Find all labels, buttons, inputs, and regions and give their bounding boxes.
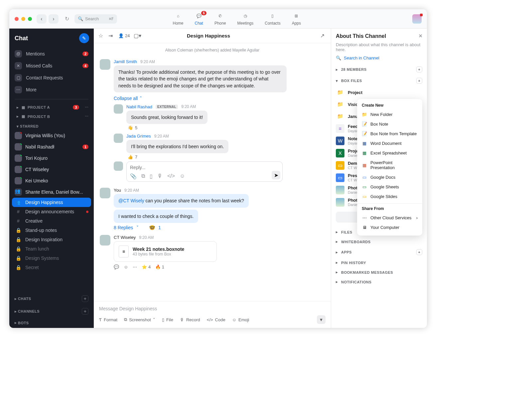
sidebar-channel-design-systems[interactable]: 🔒Design Systems [9, 253, 94, 263]
menu-gslides[interactable]: ▭Google Slides [357, 192, 422, 201]
bookmarked-accordion[interactable]: ▸BOOKMARKED MESSAGES [336, 267, 422, 277]
code-icon[interactable]: </> [167, 173, 175, 179]
sidebar-contact-requests[interactable]: ▢Contact Requests [9, 72, 94, 84]
nav-home[interactable]: ⌂Home [173, 12, 184, 26]
sidebar-missed-calls[interactable]: ✕Missed Calls4 [9, 60, 94, 72]
history-button[interactable]: ↻ [62, 14, 72, 24]
section-channels[interactable]: ▸ CHANNELS+ [9, 305, 94, 318]
reply-icon[interactable]: 💬 [114, 264, 119, 269]
window-controls[interactable] [15, 17, 32, 21]
avatar[interactable] [114, 134, 123, 143]
add-channel-button[interactable]: + [82, 308, 88, 315]
format-button[interactable]: ƬFormat [99, 317, 117, 322]
nav-meetings[interactable]: ◷Meetings [237, 12, 254, 26]
avatar[interactable] [100, 188, 110, 198]
nav-chat[interactable]: 💬Chat6 [195, 12, 203, 26]
add-member-button[interactable]: + [416, 66, 422, 72]
reaction[interactable]: 👋5 [128, 125, 325, 130]
box-files-accordion[interactable]: ▾BOX FILES+ [336, 75, 422, 86]
menu-other-cloud[interactable]: ⋯Other Cloud Services› [357, 213, 422, 223]
move-folder-icon[interactable]: ⇥ [108, 33, 114, 39]
nav-phone[interactable]: ✆Phone [214, 12, 226, 26]
collapse-all-button[interactable]: Collapse all ˄ [114, 96, 325, 101]
menu-gsheets[interactable]: ▭Google Sheets [357, 182, 422, 192]
menu-your-computer[interactable]: 🖥Your Computer [357, 223, 422, 232]
video-icon[interactable]: ▢▾ [134, 33, 140, 39]
sidebar-dm-kei[interactable]: Kei Umeko [9, 175, 94, 186]
sidebar-channel-creative[interactable]: #Creative [9, 216, 94, 226]
pin-history-accordion[interactable]: ▸PIN HISTORY [336, 258, 422, 267]
avatar[interactable] [100, 235, 110, 246]
sidebar-group-dm[interactable]: 👥Shante Elena, Daniel Bow... [9, 186, 94, 198]
members-accordion[interactable]: ▸28 MEMBERS+ [336, 64, 422, 75]
fire-reaction[interactable]: 🔥 1 [155, 264, 164, 269]
popout-icon[interactable]: ↗ [320, 33, 326, 39]
react-icon[interactable]: ☺ [124, 264, 128, 269]
sidebar-channel-design-happiness[interactable]: 👥Design Happiness [12, 198, 91, 207]
sidebar-dm-virginia[interactable]: Virginia Willis (You) [9, 130, 94, 141]
mic-icon[interactable]: 🎙 [157, 173, 163, 179]
reaction[interactable]: 👍7 [128, 154, 325, 159]
section-chats[interactable]: ▸ CHATS+ [9, 292, 94, 305]
author-name[interactable]: Nabil Rashad [126, 104, 152, 109]
search-input[interactable]: 🔍 Search ⌘F [74, 14, 117, 24]
file-button[interactable]: ▯File [162, 317, 173, 322]
close-panel-button[interactable]: × [419, 33, 422, 40]
box-folder[interactable]: 📁Project [336, 86, 422, 98]
menu-gdocs[interactable]: ▭Google Docs [357, 172, 422, 182]
menu-word[interactable]: ▦Word Document [357, 139, 422, 148]
file-icon[interactable]: ▯ [150, 173, 153, 179]
sidebar-channel-secret[interactable]: 🔒Secret [9, 263, 94, 272]
add-chat-button[interactable]: + [82, 295, 88, 302]
add-file-button[interactable]: + [416, 78, 422, 84]
apps-accordion[interactable]: ▸APPS+ [336, 247, 422, 258]
screenshot-icon[interactable]: ⧉ [141, 173, 145, 179]
chevron-down-icon[interactable]: ˅ [153, 317, 155, 322]
section-bots[interactable]: ▸ BOTS [9, 318, 94, 328]
maximize-window-icon[interactable] [28, 17, 32, 21]
author-name[interactable]: CT Wiseley [114, 235, 136, 240]
emoji-button[interactable]: ☺Emoji [232, 317, 249, 322]
mention[interactable]: @CT Wisely [118, 198, 144, 203]
compose-button[interactable]: ✎ [79, 33, 89, 43]
sidebar-project-a[interactable]: ▸▦PROJECT A3⋯ [9, 103, 94, 112]
star-icon[interactable]: ☆ [98, 33, 104, 39]
sidebar-dm-tori[interactable]: Tori Kojuro [9, 152, 94, 164]
star-reaction[interactable]: ⭐ 4 [142, 264, 151, 269]
sidebar-channel-announcements[interactable]: #Design announcements [9, 207, 94, 216]
sidebar-channel-standup[interactable]: 🔒Stand-up notes [9, 226, 94, 235]
add-app-button[interactable]: + [416, 249, 422, 255]
sidebar-dm-nabil[interactable]: Nabil Rashadł1 [9, 141, 94, 152]
nav-contacts[interactable]: ▯Contacts [265, 12, 280, 26]
menu-box-note-template[interactable]: 📝Box Note from Template [357, 129, 422, 139]
reply-input[interactable] [130, 165, 279, 170]
search-in-channel[interactable]: 🔍Search in Channel [336, 55, 422, 60]
send-button[interactable]: ➤ [272, 171, 280, 179]
sidebar-mentions[interactable]: @Mentions2 [9, 48, 94, 60]
replies-link[interactable]: 8 Replies˅ 🤓 1 [114, 225, 325, 230]
kebab-icon[interactable]: ⋯ [84, 114, 90, 119]
attach-icon[interactable]: 📎 [130, 173, 137, 179]
sidebar-channel-lunch[interactable]: 🔒Team lunch [9, 244, 94, 253]
author-name[interactable]: Jada Grimes [126, 134, 151, 139]
menu-box-note[interactable]: 📝Box Note [357, 119, 422, 129]
author-name[interactable]: Jamill Smith [114, 59, 137, 64]
thread-reply-input[interactable]: 📎 ⧉ ▯ 🎙 </> ☺ ➤ [126, 161, 283, 182]
menu-excel[interactable]: ▦Excel Spreadsheet [357, 148, 422, 158]
whiteboards-accordion[interactable]: ▸WHITEBOARDS [336, 237, 422, 247]
emoji-icon[interactable]: ☺ [180, 173, 185, 179]
close-window-icon[interactable] [15, 17, 19, 21]
screenshot-button[interactable]: ⧉Screenshot ˅ [124, 317, 155, 322]
menu-new-folder[interactable]: 📁New Folder [357, 110, 422, 119]
record-button[interactable]: 🎙Record [180, 317, 200, 322]
sidebar-dm-ct[interactable]: CT Wiseley [9, 164, 94, 175]
menu-powerpoint[interactable]: ▦PowerPoint Presentation [357, 158, 422, 172]
composer-input[interactable]: Message Design Happiness [99, 305, 326, 315]
member-count[interactable]: 👤24 [118, 33, 130, 38]
filter-button[interactable]: ▼ [317, 315, 326, 324]
avatar[interactable] [100, 59, 110, 70]
nav-apps[interactable]: ⊞Apps [292, 12, 301, 26]
avatar[interactable] [114, 104, 123, 114]
starred-header[interactable]: ▾ STARRED [9, 121, 94, 130]
file-attachment[interactable]: ≡ Week 21 notes.boxnote43 bytes file fro… [114, 241, 217, 262]
